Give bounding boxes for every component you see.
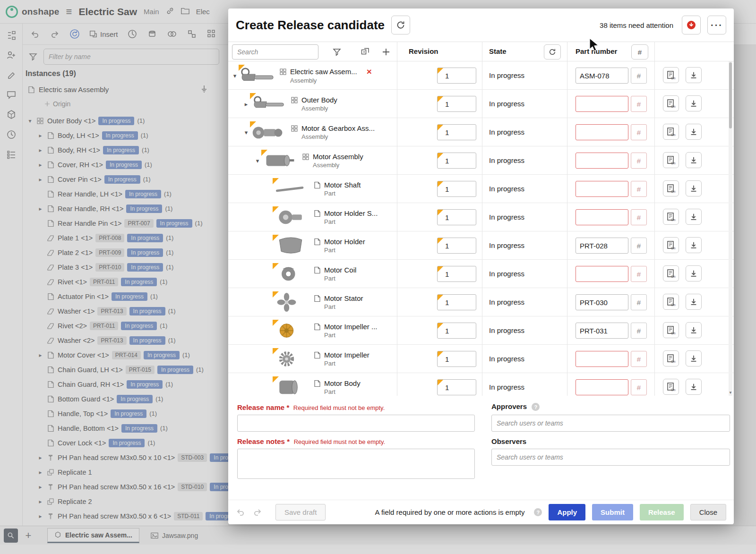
release-item-row[interactable]: ▸ Motor Coil Part In progress # On	[228, 260, 734, 288]
expand-caret[interactable]: ▾	[242, 129, 250, 136]
remove-item-button[interactable]: ×	[367, 67, 372, 76]
release-item-row[interactable]: ▸ Outer Body Assembly In progress # On	[228, 90, 734, 118]
undo-icon[interactable]	[236, 507, 246, 518]
revision-input[interactable]	[437, 124, 476, 140]
revision-input[interactable]	[437, 209, 476, 225]
expand-caret[interactable]: ▸	[242, 101, 250, 108]
download-button[interactable]	[686, 209, 702, 225]
scroll-down-arrow[interactable]: ▼	[729, 391, 732, 395]
generate-part-number-button[interactable]: #	[631, 323, 647, 339]
search-items-input[interactable]	[232, 44, 318, 60]
part-number-input[interactable]	[576, 68, 628, 84]
properties-button[interactable]: On	[663, 209, 679, 225]
download-button[interactable]	[686, 322, 702, 338]
download-button[interactable]	[686, 152, 702, 168]
release-item-row[interactable]: ▸ Motor Impeller ... Part In progress # …	[228, 316, 734, 345]
properties-button[interactable]: On	[663, 379, 679, 395]
release-item-row[interactable]: ▸ Motor Body Part In progress # On	[228, 373, 734, 396]
release-item-row[interactable]: ▸ Motor Impeller Part In progress # On	[228, 345, 734, 373]
part-number-input[interactable]	[576, 209, 628, 225]
generate-part-number-button[interactable]: #	[631, 238, 647, 254]
download-button[interactable]	[686, 95, 702, 111]
expand-caret[interactable]: ▾	[254, 157, 261, 164]
properties-button[interactable]: On	[663, 237, 679, 253]
generate-all-part-numbers-button[interactable]: #	[631, 44, 648, 60]
revision-input[interactable]	[437, 238, 476, 254]
generate-part-number-button[interactable]: #	[631, 68, 647, 84]
release-button[interactable]: Release	[640, 504, 684, 520]
close-button[interactable]: Close	[690, 504, 726, 520]
download-button[interactable]	[686, 379, 702, 395]
properties-button[interactable]: On	[663, 152, 679, 168]
revision-input[interactable]	[437, 351, 476, 367]
warning-help-icon[interactable]: ?	[534, 508, 542, 516]
part-number-input[interactable]	[576, 181, 628, 197]
properties-button[interactable]: On	[663, 124, 679, 140]
generate-part-number-button[interactable]: #	[631, 96, 647, 112]
observers-input[interactable]	[491, 449, 730, 466]
generate-part-number-button[interactable]: #	[631, 181, 647, 197]
properties-button[interactable]: On	[663, 67, 679, 83]
revision-input[interactable]	[437, 181, 476, 197]
release-item-row[interactable]: ▸ Motor Holder Part In progress # On	[228, 231, 734, 260]
revision-input[interactable]	[437, 294, 476, 310]
generate-part-number-button[interactable]: #	[631, 209, 647, 225]
download-button[interactable]	[686, 67, 702, 83]
release-item-row[interactable]: ▾ Motor & Gearbox Ass... Assembly In pro…	[228, 118, 734, 146]
more-options-button[interactable]: ···	[707, 16, 726, 34]
release-item-row[interactable]: ▾ Motor Assembly Assembly In progress # …	[228, 146, 734, 175]
generate-part-number-button[interactable]: #	[631, 124, 647, 140]
revision-input[interactable]	[437, 323, 476, 339]
submit-button[interactable]: Submit	[592, 504, 633, 520]
part-number-input[interactable]	[576, 238, 628, 254]
generate-part-number-button[interactable]: #	[631, 379, 647, 395]
download-button[interactable]	[686, 124, 702, 140]
table-scrollbar[interactable]: ▼	[729, 61, 732, 396]
release-item-row[interactable]: ▸ Motor Holder S... Part In progress # O…	[228, 203, 734, 231]
download-button[interactable]	[686, 180, 702, 196]
properties-button[interactable]: On	[663, 322, 679, 338]
part-number-input[interactable]	[576, 96, 628, 112]
expand-caret[interactable]: ▾	[231, 72, 239, 79]
revision-input[interactable]	[437, 153, 476, 169]
revision-input[interactable]	[437, 266, 476, 282]
approvers-help-icon[interactable]: ?	[532, 403, 540, 411]
part-number-input[interactable]	[576, 323, 628, 339]
download-button[interactable]	[686, 265, 702, 281]
refresh-candidate-button[interactable]	[391, 16, 410, 34]
revision-input[interactable]	[437, 96, 476, 112]
filter-items-icon[interactable]	[331, 46, 343, 58]
scrollbar-thumb[interactable]	[729, 62, 732, 128]
release-name-input[interactable]	[237, 415, 475, 432]
download-button[interactable]	[686, 237, 702, 253]
properties-button[interactable]: On	[663, 180, 679, 196]
release-item-row[interactable]: ▸ Motor Stator Part In progress # On	[228, 288, 734, 316]
download-button[interactable]	[686, 350, 702, 366]
refresh-states-button[interactable]	[544, 44, 561, 60]
revision-input[interactable]	[437, 68, 476, 84]
part-number-input[interactable]	[576, 124, 628, 140]
save-draft-button[interactable]: Save draft	[275, 504, 326, 520]
properties-button[interactable]: On	[663, 350, 679, 366]
attention-errors-button[interactable]	[682, 16, 701, 34]
properties-button[interactable]: On	[663, 294, 679, 310]
release-notes-input[interactable]	[237, 449, 475, 479]
generate-part-number-button[interactable]: #	[631, 351, 647, 367]
generate-part-number-button[interactable]: #	[631, 153, 647, 169]
add-items-icon[interactable]	[380, 46, 392, 58]
release-item-row[interactable]: ▾ Electric saw Assem... × Assembly In pr…	[228, 61, 734, 90]
generate-part-number-button[interactable]: #	[631, 294, 647, 310]
properties-button[interactable]: On	[663, 95, 679, 111]
part-number-input[interactable]	[576, 153, 628, 169]
revision-input[interactable]	[437, 379, 476, 395]
download-button[interactable]	[686, 294, 702, 310]
expand-collapse-all-icon[interactable]	[360, 46, 371, 58]
properties-button[interactable]: On	[663, 265, 679, 281]
part-number-input[interactable]	[576, 266, 628, 282]
redo-icon[interactable]	[253, 507, 263, 518]
approvers-input[interactable]	[491, 415, 730, 432]
part-number-input[interactable]	[576, 294, 628, 310]
release-item-row[interactable]: ▸ Motor Shaft Part In progress # On	[228, 175, 734, 203]
part-number-input[interactable]	[576, 379, 628, 395]
apply-button[interactable]: Apply	[549, 504, 585, 520]
